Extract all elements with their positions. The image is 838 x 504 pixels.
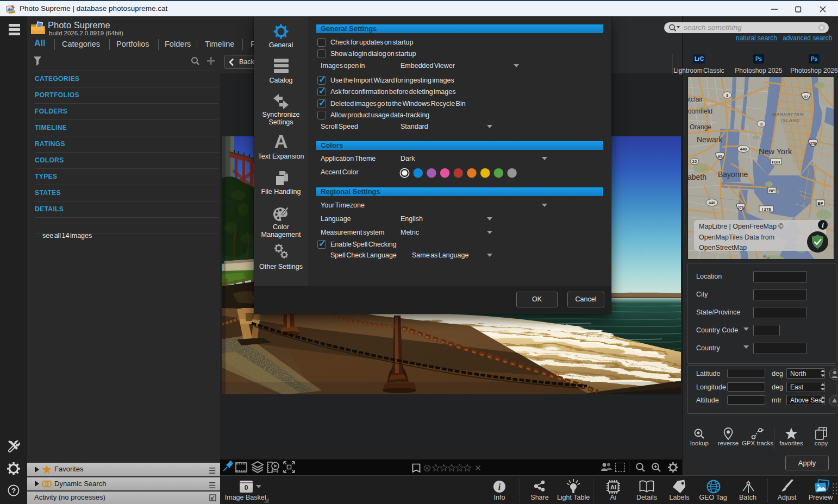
svg-text:i: i xyxy=(822,221,824,229)
svg-text:AI: AI xyxy=(610,484,616,490)
svg-text:i: i xyxy=(498,482,501,492)
svg-text:?: ? xyxy=(11,487,16,495)
